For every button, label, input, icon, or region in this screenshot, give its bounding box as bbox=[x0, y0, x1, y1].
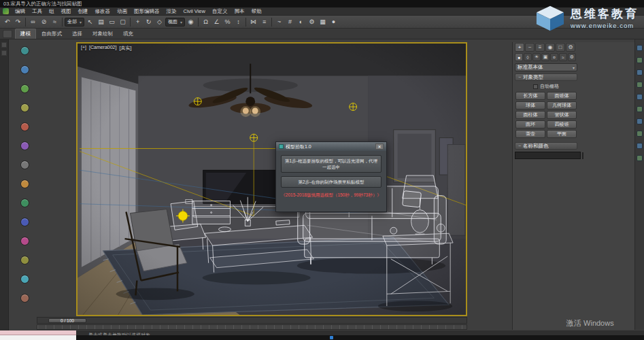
percent-snap-icon[interactable]: % bbox=[222, 17, 233, 27]
maxscript-mini-listener-white[interactable] bbox=[0, 335, 76, 340]
menu-help[interactable]: 帮助 bbox=[248, 7, 265, 16]
select-and-scale-icon[interactable]: ◇ bbox=[154, 17, 165, 27]
menu-rendering[interactable]: 渲染 bbox=[163, 7, 180, 16]
rendered-frame-window-icon[interactable]: ▦ bbox=[318, 17, 328, 27]
viewport-layout-icon[interactable] bbox=[1, 42, 7, 48]
menu-modifiers[interactable]: 修改器 bbox=[92, 7, 114, 16]
left-toolbar-icon-13[interactable] bbox=[20, 275, 29, 284]
unlink-selection-icon[interactable]: ⊘ bbox=[39, 17, 49, 27]
right-toolbar-icon-7[interactable] bbox=[637, 118, 643, 124]
rectangular-selection-region-icon[interactable]: ▭ bbox=[107, 17, 117, 27]
render-setup-icon[interactable]: ⚙ bbox=[307, 17, 317, 27]
teapot-button[interactable]: 茶壶 bbox=[515, 130, 545, 138]
tab-create[interactable]: + bbox=[515, 43, 524, 52]
right-toolbar-icon-10[interactable] bbox=[637, 155, 643, 161]
undo-icon[interactable]: ↶ bbox=[2, 17, 12, 27]
tab-display[interactable]: □ bbox=[556, 43, 565, 52]
tab-motion[interactable]: ◉ bbox=[545, 43, 555, 52]
right-toolbar-icon-6[interactable] bbox=[637, 106, 643, 112]
tab-modify[interactable]: ~ bbox=[525, 43, 535, 52]
left-toolbar-icon-7[interactable] bbox=[20, 160, 29, 169]
dialog-step1-button[interactable]: 第1步-框选要拾取的模型，可以连光潜网，代理一起选中 bbox=[281, 155, 382, 173]
close-icon[interactable]: ✕ bbox=[375, 143, 384, 150]
right-toolbar-icon-3[interactable] bbox=[637, 69, 643, 75]
category-shapes-icon[interactable]: ◊ bbox=[524, 53, 532, 61]
redo-icon[interactable]: ↷ bbox=[13, 17, 23, 27]
mirror-icon[interactable]: ⋈ bbox=[248, 17, 258, 27]
ribbon-tab-selection[interactable]: 选择 bbox=[67, 29, 87, 39]
left-toolbar-icon-4[interactable] bbox=[20, 103, 29, 112]
left-toolbar-icon-8[interactable] bbox=[20, 180, 29, 188]
geosphere-button[interactable]: 几何球体 bbox=[547, 101, 577, 109]
angle-snap-icon[interactable]: ∠ bbox=[211, 17, 222, 27]
time-slider-handle[interactable]: 0 / 100 bbox=[48, 318, 86, 323]
ribbon-tab-modeling[interactable]: 建模 bbox=[15, 29, 36, 39]
left-toolbar-icon-3[interactable] bbox=[20, 84, 29, 93]
cylinder-button[interactable]: 圆柱体 bbox=[515, 111, 545, 119]
menu-edit[interactable]: 编辑 bbox=[12, 7, 29, 16]
category-systems-icon[interactable]: ⚙ bbox=[568, 53, 576, 61]
left-toolbar-icon-1[interactable] bbox=[20, 46, 29, 55]
category-lights-icon[interactable]: ☀ bbox=[532, 53, 541, 61]
right-toolbar-icon-8[interactable] bbox=[637, 131, 643, 137]
tube-button[interactable]: 管状体 bbox=[547, 111, 577, 119]
right-toolbar-icon-5[interactable] bbox=[637, 94, 643, 100]
maxscript-mini-listener-pink[interactable] bbox=[0, 330, 76, 335]
right-toolbar-icon-9[interactable] bbox=[637, 143, 643, 149]
cone-button[interactable]: 圆锥体 bbox=[547, 92, 577, 100]
object-type-rollout[interactable]: − 对象类型 bbox=[515, 73, 577, 81]
app-logo-icon[interactable] bbox=[3, 8, 9, 14]
ribbon-tab-object-paint[interactable]: 对象绘制 bbox=[88, 29, 118, 39]
spinner-snap-icon[interactable]: ↕ bbox=[233, 17, 243, 27]
ribbon-tab-populate[interactable]: 填充 bbox=[118, 29, 138, 39]
dialog-red-note[interactable]: 《2015-2018版慎用选模型（150秒，99秒73秒）》 bbox=[281, 192, 382, 199]
select-and-link-icon[interactable]: ∞ bbox=[28, 17, 38, 27]
track-bar[interactable] bbox=[37, 324, 467, 330]
scene-explorer-icon[interactable] bbox=[1, 50, 7, 56]
menu-graph-editors[interactable]: 图形编辑器 bbox=[131, 7, 163, 16]
viewport-shading-label[interactable]: [真实] bbox=[119, 45, 131, 52]
object-name-field[interactable] bbox=[515, 152, 581, 159]
left-toolbar-icon-5[interactable] bbox=[20, 122, 29, 131]
torus-button[interactable]: 圆环 bbox=[515, 120, 545, 129]
pyramid-button[interactable]: 四棱锥 bbox=[547, 120, 577, 129]
render-production-icon[interactable]: ● bbox=[328, 17, 339, 27]
left-toolbar-icon-11[interactable] bbox=[20, 237, 29, 245]
menu-group[interactable]: 组 bbox=[46, 7, 58, 16]
left-toolbar-icon-2[interactable] bbox=[20, 65, 29, 74]
left-toolbar-icon-6[interactable] bbox=[20, 141, 29, 150]
window-crossing-icon[interactable]: ▢ bbox=[118, 17, 128, 27]
left-toolbar-icon-12[interactable] bbox=[20, 256, 29, 265]
category-spacewarps-icon[interactable]: ≈ bbox=[559, 53, 567, 61]
right-toolbar-icon-1[interactable] bbox=[637, 45, 643, 51]
dialog-title-bar[interactable]: 模型拾取1.0 ✕ bbox=[276, 142, 386, 151]
select-by-name-icon[interactable]: ▤ bbox=[96, 17, 106, 27]
menu-views[interactable]: 视图 bbox=[58, 7, 75, 16]
select-object-icon[interactable]: ↖ bbox=[85, 17, 95, 27]
left-toolbar-icon-14[interactable] bbox=[20, 294, 29, 303]
time-slider[interactable]: 0 / 100 bbox=[37, 317, 467, 324]
material-editor-icon[interactable]: ◐ bbox=[296, 17, 306, 27]
plane-button[interactable]: 平面 bbox=[547, 130, 577, 138]
right-toolbar-icon-2[interactable] bbox=[637, 57, 643, 63]
snaps-toggle-icon[interactable]: Ω bbox=[201, 17, 211, 27]
camera-viewport[interactable]: [+] [Camera002] [真实] 模型拾取1.0 ✕ 第1步-框选要拾取… bbox=[76, 42, 467, 316]
left-toolbar-icon-9[interactable] bbox=[20, 199, 29, 207]
name-color-rollout[interactable]: − 名称和颜色 bbox=[515, 142, 577, 150]
taskbar-app-icon[interactable] bbox=[330, 336, 333, 339]
tab-utilities[interactable]: ⚙ bbox=[566, 43, 575, 52]
menu-create[interactable]: 创建 bbox=[75, 7, 92, 16]
menu-animation[interactable]: 动画 bbox=[114, 7, 131, 16]
box-button[interactable]: 长方体 bbox=[515, 92, 545, 100]
right-toolbar-icon-4[interactable] bbox=[637, 82, 643, 88]
use-pivot-point-icon[interactable]: ◉ bbox=[186, 17, 196, 27]
left-toolbar-icon-10[interactable] bbox=[20, 218, 29, 226]
category-helpers-icon[interactable]: ¤ bbox=[550, 53, 558, 61]
viewport-menu-plus[interactable]: [+] bbox=[81, 45, 86, 52]
schematic-view-icon[interactable]: # bbox=[285, 17, 295, 27]
object-color-swatch[interactable] bbox=[582, 152, 583, 159]
tab-hierarchy[interactable]: ≡ bbox=[535, 43, 545, 52]
ribbon-tab-freeform[interactable]: 自由形式 bbox=[37, 29, 67, 39]
selection-filter-dropdown[interactable]: 全部 ▾ bbox=[65, 18, 84, 27]
ribbon-menu-icon[interactable] bbox=[3, 30, 12, 38]
